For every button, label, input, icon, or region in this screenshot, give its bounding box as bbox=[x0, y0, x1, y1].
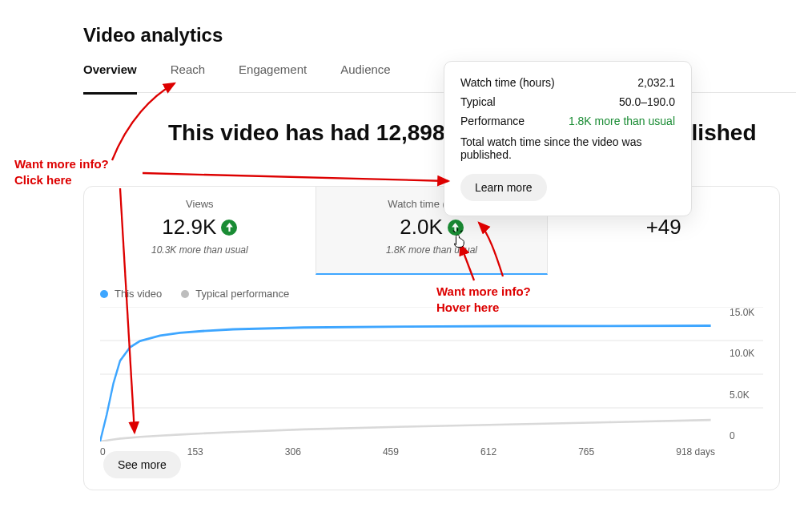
xtick: 306 bbox=[285, 446, 301, 458]
xtick: 612 bbox=[480, 446, 496, 458]
tooltip-value: 2,032.1 bbox=[637, 76, 675, 89]
ytick: 15.0K bbox=[730, 307, 770, 318]
ytick: 5.0K bbox=[730, 389, 770, 401]
annotation-click-here: Want more info?Click here bbox=[14, 156, 109, 187]
xtick: 459 bbox=[383, 446, 399, 458]
metric-value-text: 12.9K bbox=[162, 215, 216, 240]
dot-icon bbox=[100, 290, 108, 298]
chart-legend: This video Typical performance bbox=[100, 288, 289, 300]
tooltip-typical-value: 50.0–190.0 bbox=[619, 95, 675, 108]
tooltip-typical-label: Typical bbox=[460, 95, 496, 108]
tooltip-perf-value: 1.8K more than usual bbox=[569, 115, 675, 127]
tab-engagement[interactable]: Engagement bbox=[239, 62, 307, 84]
ytick: 10.0K bbox=[730, 348, 770, 359]
learn-more-button[interactable]: Learn more bbox=[460, 174, 547, 201]
legend-typical: Typical performance bbox=[181, 288, 289, 300]
legend-this-video: This video bbox=[100, 288, 162, 300]
xtick: 765 bbox=[578, 446, 594, 458]
tooltip-perf-label: Performance bbox=[460, 115, 525, 127]
ytick: 0 bbox=[730, 430, 770, 441]
tooltip-description: Total watch time since the video was pub… bbox=[460, 135, 675, 161]
xtick: 0 bbox=[100, 446, 106, 458]
metric-value-text: +49 bbox=[646, 215, 681, 240]
y-axis: 15.0K 10.0K 5.0K 0 bbox=[730, 307, 770, 441]
chart[interactable] bbox=[100, 307, 763, 441]
tooltip-title: Watch time (hours) bbox=[460, 76, 555, 89]
legend-label: Typical performance bbox=[195, 288, 289, 300]
tab-audience[interactable]: Audience bbox=[340, 62, 391, 84]
watch-time-tooltip: Watch time (hours) 2,032.1 Typical 50.0–… bbox=[444, 61, 692, 216]
x-axis: 0 153 306 459 612 765 918 days bbox=[100, 446, 715, 458]
legend-label: This video bbox=[115, 288, 162, 300]
tab-overview[interactable]: Overview bbox=[83, 62, 137, 95]
xtick: 918 days bbox=[676, 446, 715, 458]
arrow-up-icon bbox=[221, 220, 237, 236]
metric-views[interactable]: Views 12.9K 10.3K more than usual bbox=[84, 187, 316, 275]
xtick: 153 bbox=[187, 446, 203, 458]
metric-value: +49 bbox=[646, 215, 681, 240]
metric-sub: 10.3K more than usual bbox=[84, 244, 316, 256]
metric-value: 12.9K bbox=[162, 215, 237, 240]
dot-icon bbox=[181, 290, 189, 298]
metric-label: Views bbox=[84, 198, 316, 210]
tab-reach[interactable]: Reach bbox=[171, 62, 205, 84]
pointer-cursor-icon bbox=[450, 228, 466, 251]
metrics-card: Views 12.9K 10.3K more than usual Watch … bbox=[83, 186, 780, 490]
page-title: Video analytics bbox=[83, 24, 223, 46]
see-more-button[interactable]: See more bbox=[103, 451, 181, 478]
metric-value-text: 2.0K bbox=[400, 215, 443, 240]
annotation-text: Want more info?Click here bbox=[14, 157, 109, 187]
metric-sub: 1.8K more than usual bbox=[316, 244, 548, 256]
